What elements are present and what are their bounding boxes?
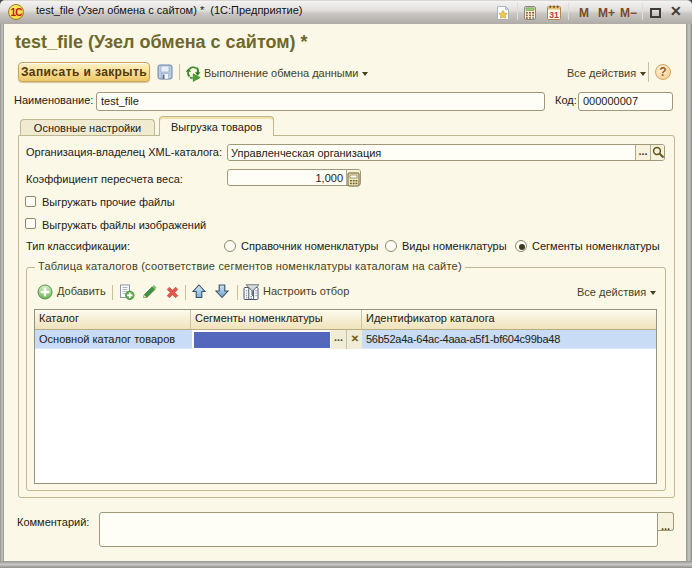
svg-text:31: 31 [549, 10, 559, 20]
